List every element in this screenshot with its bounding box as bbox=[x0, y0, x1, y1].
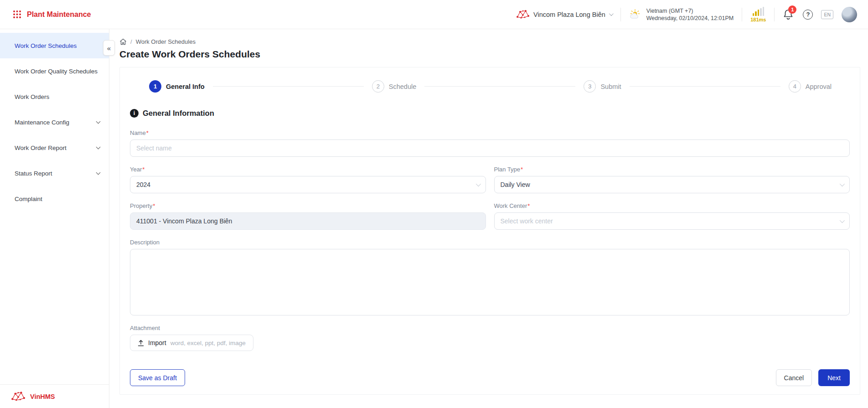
main-content: / Work Order Schedules Create Work Order… bbox=[109, 29, 868, 408]
signal-bars-icon bbox=[753, 7, 765, 16]
step-submit[interactable]: 3 Submit bbox=[584, 80, 621, 93]
timezone-widget: Vietnam (GMT +7) Wednesday, 02/10/2024, … bbox=[629, 8, 734, 21]
cancel-button[interactable]: Cancel bbox=[776, 369, 812, 386]
breadcrumb: / Work Order Schedules bbox=[119, 38, 860, 45]
divider bbox=[774, 8, 775, 21]
divider bbox=[742, 8, 742, 21]
required-asterisk: * bbox=[146, 129, 149, 136]
property-selector-label: Vincom Plaza Long Biên bbox=[533, 11, 605, 18]
form-actions: Save as Draft Cancel Next bbox=[130, 369, 850, 386]
sidebar-item-work-order-schedules[interactable]: Work Order Schedules bbox=[0, 33, 109, 58]
sidebar-item-status-report[interactable]: Status Report bbox=[0, 160, 109, 186]
sidebar-item-label: Status Report bbox=[15, 170, 52, 177]
step-label: General Info bbox=[166, 83, 205, 90]
notifications-button[interactable]: 1 bbox=[783, 9, 795, 21]
attachment-label: Attachment bbox=[130, 325, 850, 331]
sidebar-item-label: Maintenance Config bbox=[15, 119, 69, 126]
field-property: Property* 411001 - Vincom Plaza Long Biê… bbox=[130, 202, 486, 230]
sidebar-item-label: Complaint bbox=[15, 196, 42, 202]
chevron-down-icon bbox=[840, 181, 845, 186]
home-icon[interactable] bbox=[119, 38, 127, 45]
sidebar-item-work-order-quality-schedules[interactable]: Work Order Quality Schedules bbox=[0, 58, 109, 84]
latency-widget: 181ms bbox=[750, 7, 766, 22]
sidebar-item-maintenance-config[interactable]: Maintenance Config bbox=[0, 109, 109, 135]
vinhms-logo-icon bbox=[11, 391, 26, 402]
chevron-down-icon bbox=[96, 145, 101, 149]
next-button[interactable]: Next bbox=[818, 369, 850, 386]
work-center-label: Work Center bbox=[494, 202, 527, 209]
sidebar-item-label: Work Order Report bbox=[15, 145, 67, 151]
step-schedule[interactable]: 2 Schedule bbox=[372, 80, 416, 93]
step-connector bbox=[213, 86, 364, 87]
step-number: 2 bbox=[372, 80, 384, 93]
sidebar-footer: VinHMS bbox=[0, 384, 109, 408]
field-description: Description bbox=[130, 239, 850, 315]
description-textarea[interactable] bbox=[130, 249, 850, 315]
step-number: 1 bbox=[149, 80, 161, 93]
help-button[interactable]: ? bbox=[803, 10, 813, 20]
sidebar-item-work-order-report[interactable]: Work Order Report bbox=[0, 135, 109, 160]
plan-type-label: Plan Type bbox=[494, 166, 521, 173]
chevron-down-icon bbox=[96, 170, 101, 175]
required-asterisk: * bbox=[521, 166, 523, 173]
step-approval[interactable]: 4 Approval bbox=[789, 80, 832, 93]
sidebar-item-label: Work Order Schedules bbox=[15, 42, 77, 49]
step-number: 3 bbox=[584, 80, 596, 93]
step-number: 4 bbox=[789, 80, 801, 93]
year-select[interactable]: 2024 bbox=[130, 176, 486, 193]
breadcrumb-current[interactable]: Work Order Schedules bbox=[136, 38, 196, 45]
field-work-center: Work Center* Select work center bbox=[494, 202, 850, 230]
required-asterisk: * bbox=[527, 202, 530, 209]
name-label: Name bbox=[130, 129, 146, 136]
stepper: 1 General Info 2 Schedule 3 Submit 4 App… bbox=[149, 80, 832, 93]
step-connector bbox=[630, 86, 780, 87]
section-title: General Information bbox=[143, 109, 214, 118]
timezone-region: Vietnam (GMT +7) bbox=[646, 8, 734, 14]
app-title: Plant Maintenance bbox=[27, 10, 91, 19]
section-header: i General Information bbox=[130, 109, 850, 118]
step-label: Submit bbox=[600, 83, 621, 90]
breadcrumb-separator: / bbox=[130, 38, 132, 45]
work-center-placeholder: Select work center bbox=[501, 217, 553, 225]
import-button-label: Import bbox=[148, 339, 166, 346]
year-value: 2024 bbox=[136, 181, 150, 188]
description-label: Description bbox=[130, 239, 850, 246]
sidebar-collapse-button[interactable]: « bbox=[103, 40, 115, 56]
import-hint: word, excel, ppt, pdf, image bbox=[170, 340, 246, 346]
sidebar-item-label: Work Orders bbox=[15, 93, 49, 100]
sidebar: Work Order Schedules Work Order Quality … bbox=[0, 29, 109, 408]
chevron-down-icon bbox=[475, 181, 480, 186]
plan-type-value: Daily View bbox=[501, 181, 530, 188]
page-title: Create Work Orders Schedules bbox=[119, 49, 860, 60]
sidebar-item-complaint[interactable]: Complaint bbox=[0, 186, 109, 212]
step-general-info[interactable]: 1 General Info bbox=[149, 80, 205, 93]
required-asterisk: * bbox=[142, 166, 145, 173]
field-plan-type: Plan Type* Daily View bbox=[494, 166, 850, 193]
chevron-down-icon bbox=[609, 11, 614, 16]
chevron-down-icon bbox=[840, 218, 845, 223]
language-switcher[interactable]: EN bbox=[821, 10, 833, 19]
chevron-down-icon bbox=[96, 119, 101, 124]
save-as-draft-button[interactable]: Save as Draft bbox=[130, 369, 185, 386]
property-selector[interactable]: Vincom Plaza Long Biên bbox=[516, 10, 612, 20]
notification-badge: 1 bbox=[788, 5, 796, 14]
field-attachment: Attachment Import word, excel, ppt, pdf,… bbox=[130, 325, 850, 351]
latency-value: 181ms bbox=[750, 17, 766, 22]
plan-type-select[interactable]: Daily View bbox=[494, 176, 850, 193]
sidebar-item-work-orders[interactable]: Work Orders bbox=[0, 84, 109, 109]
work-center-select[interactable]: Select work center bbox=[494, 212, 850, 230]
app-grid-icon[interactable] bbox=[13, 10, 21, 19]
timezone-datetime: Wednesday, 02/10/2024, 12:01PM bbox=[646, 15, 734, 21]
avatar[interactable] bbox=[842, 7, 857, 22]
vin-network-icon bbox=[516, 10, 530, 20]
step-label: Approval bbox=[806, 83, 832, 90]
import-button[interactable]: Import word, excel, ppt, pdf, image bbox=[130, 335, 253, 351]
vinhms-logo-text: VinHMS bbox=[30, 393, 55, 400]
required-asterisk: * bbox=[153, 202, 155, 209]
divider bbox=[620, 8, 621, 21]
step-label: Schedule bbox=[389, 83, 416, 90]
name-input[interactable] bbox=[130, 139, 850, 157]
property-label: Property bbox=[130, 202, 152, 209]
field-name: Name* bbox=[130, 129, 850, 157]
weather-sun-cloud-icon bbox=[629, 9, 642, 21]
